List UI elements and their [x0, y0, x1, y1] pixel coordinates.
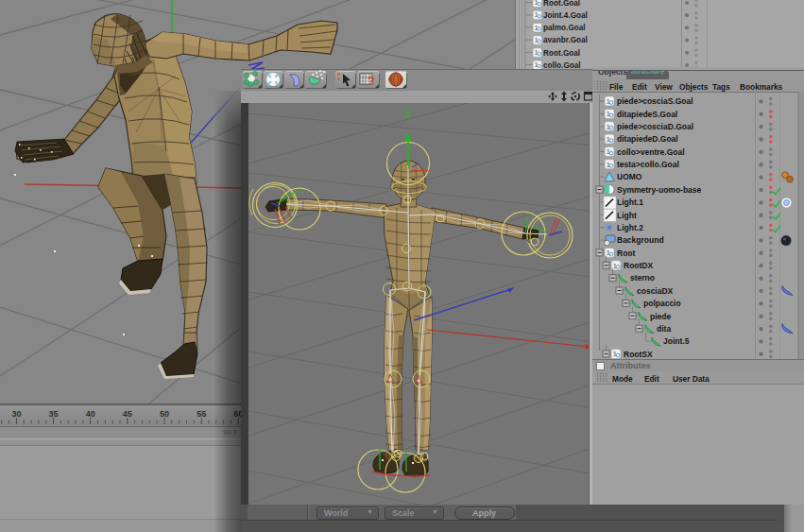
svg-text:avanbr.Goal: avanbr.Goal	[543, 36, 588, 44]
svg-text:UOMO: UOMO	[617, 172, 642, 181]
svg-text:ditapiedeD.Goal: ditapiedeD.Goal	[617, 134, 678, 144]
svg-text:?: ?	[368, 74, 375, 88]
svg-text:30: 30	[11, 409, 21, 419]
svg-text:Root.Goal: Root.Goal	[543, 49, 580, 58]
svg-text:collo>ventre.Goal: collo>ventre.Goal	[617, 147, 685, 157]
svg-text:polpaccio: polpaccio	[643, 299, 681, 308]
svg-text:testa>collo.Goal: testa>collo.Goal	[617, 160, 679, 169]
svg-text:dita: dita	[657, 324, 671, 334]
svg-text:Symmetry-uomo-base: Symmetry-uomo-base	[617, 185, 702, 195]
svg-text:piede: piede	[650, 312, 671, 321]
svg-text:palmo.Goal: palmo.Goal	[543, 24, 586, 32]
svg-text:Joint.4.Goal: Joint.4.Goal	[543, 11, 588, 20]
svg-text:Light.2: Light.2	[617, 223, 643, 232]
svg-text:40: 40	[86, 409, 95, 419]
svg-text:Light.1: Light.1	[617, 197, 643, 207]
svg-text:ditapiedeS.Goal: ditapiedeS.Goal	[617, 110, 677, 119]
svg-text:piede>cosciaS.Goal: piede>cosciaS.Goal	[617, 96, 693, 106]
svg-text:Root.Goal: Root.Goal	[543, 0, 580, 8]
svg-text:35: 35	[48, 409, 58, 419]
svg-text:RootDX: RootDX	[624, 261, 653, 270]
svg-text:Root: Root	[617, 249, 636, 258]
svg-text:Light: Light	[617, 211, 637, 220]
svg-text:RootSX: RootSX	[624, 350, 653, 359]
svg-text:45: 45	[123, 409, 132, 419]
svg-text:50: 50	[160, 409, 169, 419]
svg-text:cosciaDX: cosciaDX	[637, 286, 674, 296]
svg-text:55: 55	[197, 409, 206, 419]
svg-text:Background: Background	[617, 235, 664, 245]
svg-text:Joint.5: Joint.5	[663, 336, 690, 346]
svg-text:sterno: sterno	[630, 273, 655, 283]
svg-text:piede>cosciaD.Goal: piede>cosciaD.Goal	[617, 122, 693, 131]
